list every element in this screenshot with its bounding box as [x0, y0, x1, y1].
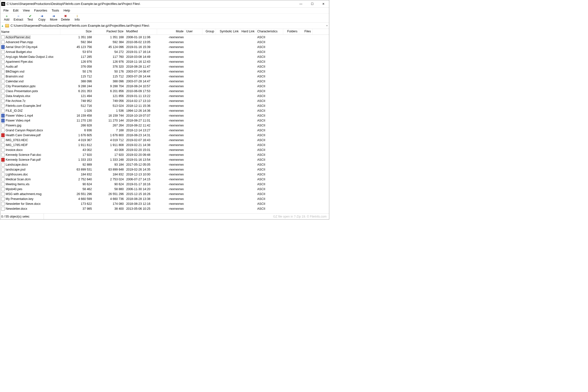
table-row[interactable]: Kennedy Science Fair.pdf1 333 1531 333 2…	[0, 157, 329, 162]
table-row[interactable]: File Archive.7z748 952749 0562014-02-17 …	[0, 98, 329, 104]
cell-folders	[283, 154, 299, 155]
close-button[interactable]: ✕	[318, 0, 329, 8]
toolbar-copy-button[interactable]: ➔Copy	[36, 14, 48, 22]
cell-user	[185, 154, 202, 155]
table-row[interactable]: Kennedy Science Fair.doc17 92017 9202019…	[0, 152, 329, 157]
toolbar-move-button[interactable]: ➔Move	[48, 14, 60, 22]
minimize-button[interactable]: —	[295, 0, 306, 8]
table-row[interactable]: Aerial Shot Of City.mp445 123 75645 124 …	[0, 44, 329, 50]
cell-hardlink	[240, 66, 256, 67]
table-row[interactable]: Health Care Overview.pdf1 676 6051 676 8…	[0, 133, 329, 138]
toolbar-add-button[interactable]: ＋Add	[1, 14, 12, 22]
col-user[interactable]: User	[185, 29, 202, 34]
cell-modified: 2018-12-14 13:27	[125, 128, 157, 132]
table-row[interactable]: Lighthouses.doc184 832184 8322018-12-13 …	[0, 172, 329, 177]
cell-modified: 2013-05-06 10:25	[125, 207, 157, 211]
cell-characteristics: ASCII	[256, 84, 283, 88]
col-packed-size[interactable]: Packed Size	[93, 29, 125, 34]
col-files[interactable]: Files	[299, 29, 312, 34]
col-folders[interactable]: Folders	[283, 29, 299, 34]
table-row[interactable]: Audio.aif376 058376 3202018-08-28 11:47-…	[0, 64, 329, 69]
table-row[interactable]: FileInfo.com Example.3mf512 716513 02420…	[0, 104, 329, 108]
cell-folders	[283, 76, 299, 77]
cell-user	[185, 208, 202, 209]
table-row[interactable]: Flowers.jpg266 928267 2642018-08-22 11:4…	[0, 123, 329, 128]
table-row[interactable]: BlkDiagm.vsd50 17650 1762003-07-24 08:47…	[0, 69, 329, 74]
dropdown-icon[interactable]: ▾	[324, 24, 329, 27]
col-mode[interactable]: Mode	[157, 29, 185, 34]
table-row[interactable]: Apartment Flyer.doc126 976126 9762018-11…	[0, 59, 329, 64]
menu-favorites[interactable]: Favorites	[32, 8, 49, 13]
table-row[interactable]: Annual Budget.xlsx53 97454 2722019-01-17…	[0, 50, 329, 54]
cell-characteristics: ASCII	[256, 109, 283, 113]
file-icon	[1, 104, 5, 108]
col-group[interactable]: Group	[202, 29, 216, 34]
table-row[interactable]: Calendar.vsd388 096388 0962003-07-28 14:…	[0, 79, 329, 84]
up-icon[interactable]: ▲	[1, 24, 4, 27]
toolbar-test-button[interactable]: ✔Test	[24, 14, 36, 22]
table-row[interactable]: ActionPlanner.doc1 351 1681 351 1682008-…	[0, 35, 329, 40]
cell-symlink	[216, 140, 240, 140]
cell-files	[299, 199, 312, 199]
cell-files	[299, 101, 312, 101]
toolbar-delete-button[interactable]: ✖Delete	[60, 14, 71, 22]
toolbar-info-button[interactable]: iInfo	[71, 14, 83, 22]
table-row[interactable]: Flower Video-1.mp416 159 45816 159 74420…	[0, 113, 329, 118]
maximize-button[interactable]: ☐	[306, 0, 318, 8]
table-row[interactable]: Advanced Plan.mpp592 384592 3842010-06-0…	[0, 40, 329, 44]
cell-user	[185, 52, 202, 52]
table-row[interactable]: Newsletter for Steve.docx173 622174 0802…	[0, 202, 329, 206]
table-row[interactable]: Flower Video.mp411 270 13011 270 1442018…	[0, 118, 329, 123]
toolbar-extract-button[interactable]: −Extract	[12, 14, 24, 22]
table-row[interactable]: City Presentation.pptx9 288 2449 288 704…	[0, 84, 329, 89]
table-row[interactable]: Mpsb40.pes58 46258 8802006-11-30 14:20-r…	[0, 187, 329, 192]
col-modified[interactable]: Modified	[125, 29, 157, 34]
cell-mode: -rwxrwxrwx	[157, 197, 185, 201]
cell-hardlink	[240, 101, 256, 101]
cell-modified: 2018-08-23 14:31	[125, 133, 157, 137]
menu-view[interactable]: View	[20, 8, 32, 13]
cell-user	[185, 110, 202, 111]
col-size[interactable]: Size	[60, 29, 93, 34]
table-row[interactable]: Brainstm.vsd115 712115 7122003-07-28 14:…	[0, 74, 329, 79]
table-row[interactable]: Data Analysis.xlsx121 494121 8562019-01-…	[0, 94, 329, 98]
menu-file[interactable]: File	[1, 8, 11, 13]
cell-hardlink	[240, 120, 256, 121]
table-row[interactable]: My Presentation.key4 660 5994 660 736201…	[0, 196, 329, 202]
cell-characteristics: ASCII	[256, 99, 283, 103]
table-row[interactable]: Newsletter.docx37 98538 4002013-05-06 10…	[0, 206, 329, 211]
file-name: Invoice.docx	[6, 148, 22, 152]
cell-symlink	[216, 116, 240, 116]
table-row[interactable]: landscape.psd63 899 53163 899 6482019-02…	[0, 167, 329, 172]
cell-group	[202, 37, 216, 38]
table-row[interactable]: Invoice.docx43 00243 0082019-02-20 15:01…	[0, 148, 329, 152]
cell-group	[202, 135, 216, 136]
col-hard-link[interactable]: Hard Link	[240, 29, 256, 34]
cell-symlink	[216, 71, 240, 72]
menu-edit[interactable]: Edit	[11, 8, 20, 13]
table-row[interactable]: MSG with attachment.msg26 551 29626 551 …	[0, 192, 329, 196]
table-row[interactable]: IMG_0763.HEIC4 019 3674 019 7122019-02-0…	[0, 138, 329, 142]
file-name: Kennedy Science Fair.doc	[6, 153, 41, 156]
statusbar: 0 / 55 object(s) selec GZ file open in 7…	[0, 214, 329, 219]
col-name[interactable]: Name	[0, 29, 60, 34]
cell-modified: 2019-02-20 09:48	[125, 153, 157, 157]
menu-help[interactable]: Help	[61, 8, 72, 13]
path-input[interactable]	[10, 24, 324, 28]
table-row[interactable]: Meeting Items.xls90 62490 6242019-01-17 …	[0, 182, 329, 187]
table-row[interactable]: Landscape.docx92 88993 1842017-05-12 05:…	[0, 162, 329, 167]
col-characteristics[interactable]: Characteristics	[256, 29, 283, 34]
cell-hardlink	[240, 96, 256, 96]
cell-modified: 2019-01-16 13:54	[125, 158, 157, 162]
menu-tools[interactable]: Tools	[50, 8, 61, 13]
file-list[interactable]: ActionPlanner.doc1 351 1681 351 1682008-…	[0, 35, 329, 214]
cell-packed-size: 1 911 808	[93, 143, 125, 147]
table-row[interactable]: AnyLogic Model Data Output 2.xlsx117 285…	[0, 54, 329, 59]
table-row[interactable]: IMG_1785.HEIF1 911 6121 911 8082019-02-2…	[0, 142, 329, 148]
col-symbolic-link[interactable]: Symbolic Link	[216, 29, 240, 34]
table-row[interactable]: Medical Scan.dcm2 752 6402 753 0242006-0…	[0, 177, 329, 182]
table-row[interactable]: FILE_ID.DIZ1 0261 5361994-12-26 14:36-rw…	[0, 108, 329, 113]
cell-user	[185, 130, 202, 130]
table-row[interactable]: Grand Canyon Report.docx6 9367 1682018-1…	[0, 128, 329, 133]
table-row[interactable]: Class Presentation.potx6 201 3536 201 85…	[0, 89, 329, 94]
